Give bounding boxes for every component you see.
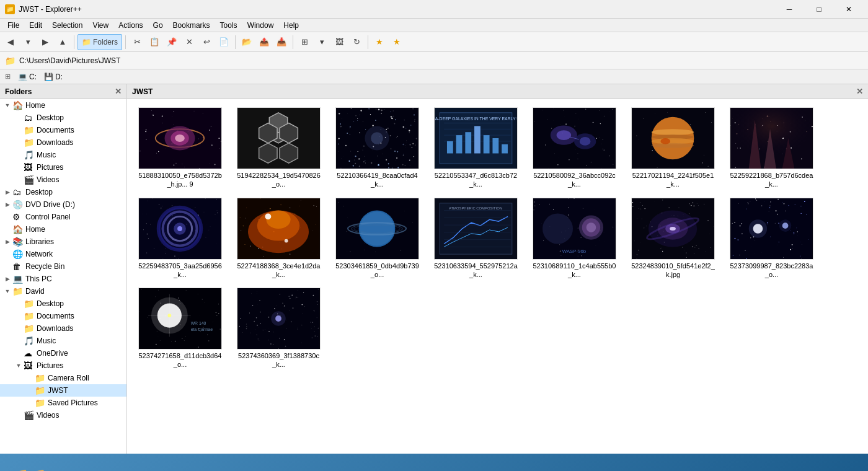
sidebar-item-downloads[interactable]: 📁Downloads [0,322,126,335]
copy-to-button[interactable]: 📤 [256,34,272,50]
svg-point-31 [153,115,154,116]
file-thumbnail: WR 140 eta Carinae [138,288,222,350]
sidebar-item-pictures[interactable]: 🖼Pictures [0,161,126,174]
folder-icon: 🗂 [24,113,35,123]
forward-button[interactable]: ▶ [37,34,53,50]
sidebar-item-saved-pictures[interactable]: 📁Saved Pictures [0,397,126,409]
up-button[interactable]: ▲ [55,34,71,50]
refresh-button[interactable]: ↻ [348,34,365,50]
delete-button[interactable]: ✕ [181,34,197,50]
sidebar-item-documents[interactable]: 📁Documents [0,310,126,322]
sidebar-item-control-panel[interactable]: ⚙Control Panel [0,211,126,223]
file-item[interactable]: 52210580092_36abcc092c_k... [526,104,622,192]
menu-item-view[interactable]: View [87,20,113,31]
file-thumbnail [631,107,715,169]
sidebar-item-jwst[interactable]: 📁JWST [0,384,126,397]
svg-point-133 [363,146,365,147]
sidebar-item-recycle-bin[interactable]: 🗑Recycle Bin [0,260,126,273]
sidebar-item-desktop[interactable]: ▶🗂Desktop [0,186,126,198]
sidebar-item-this-pc[interactable]: ▶💻This PC [0,273,126,285]
file-item[interactable]: 52210366419_8caa0cfad4_k... [329,104,425,192]
new-folder-button[interactable]: 📂 [239,34,255,50]
minimize-button[interactable]: ─ [775,0,804,19]
file-item[interactable]: 52373099987_823bc2283a_o... [724,195,820,283]
svg-point-566 [642,218,642,219]
menu-item-tools[interactable]: Tools [215,20,242,31]
file-item[interactable]: 52374360369_3f1388730c_k... [231,284,327,372]
file-item[interactable]: WR 140 eta Carinae 52374271658_d11dcb3d6… [132,284,228,372]
sidebar-item-camera-roll[interactable]: 📁Camera Roll [0,372,126,384]
file-item[interactable]: 52324839010_5fd541e2f2_k.jpg [625,195,721,283]
file-item[interactable]: 52303461859_0db4d9b739_o... [329,195,425,283]
sidebar-item-music[interactable]: 🎵Music [0,335,126,347]
sidebar-item-home[interactable]: ▼🏠Home [0,99,126,112]
cut-button[interactable]: ✂ [129,34,145,50]
preview-button[interactable]: 🖼 [331,34,347,50]
address-path[interactable]: C:\Users\David\Pictures\JWST [19,56,863,65]
back-button[interactable]: ◀ [2,34,19,50]
svg-point-138 [347,133,348,134]
sidebar-item-david[interactable]: ▼📁David [0,285,126,297]
file-item[interactable]: 51942282534_19d5470826_o... [231,104,327,192]
svg-point-140 [373,150,373,151]
file-item[interactable]: 52274188368_3ce4e1d2da_k... [231,195,327,283]
close-button[interactable]: ✕ [835,0,863,19]
item-label: Saved Pictures [48,398,98,407]
svg-point-143 [355,163,356,164]
sidebar-item-downloads[interactable]: 📁Downloads [0,136,126,149]
svg-point-629 [634,240,635,241]
sidebar-item-libraries[interactable]: ▶📚Libraries [0,236,126,248]
menu-item-selection[interactable]: Selection [47,20,87,31]
bookmark-button[interactable]: ★ [371,34,388,50]
file-item[interactable]: HOW ULTRA-DEEP GALAXIES IN THE VERY EARL… [428,104,524,192]
svg-point-765 [160,340,161,341]
file-item[interactable]: 52259221868_b757d6cdea_k... [724,104,820,192]
svg-point-118 [402,144,404,146]
menu-item-go[interactable]: Go [148,20,168,31]
file-item[interactable]: 52259483705_3aa25d6956_k... [132,195,228,283]
paste-button[interactable]: 📌 [164,34,180,50]
drive-d[interactable]: 💾 D: [44,73,63,81]
filepanel-close-button[interactable]: ✕ [856,87,863,96]
folder-icon: 🎵 [24,336,35,346]
menu-item-help[interactable]: Help [278,20,304,31]
file-item[interactable]: 52217021194_2241f505e1_k... [625,104,721,192]
sidebar-item-desktop[interactable]: 📁Desktop [0,297,126,310]
sidebar-item-onedrive[interactable]: ☁OneDrive [0,347,126,359]
sidebar-close-button[interactable]: ✕ [115,87,122,96]
file-item[interactable]: WASP-96b 52310689110_1c4ab555b0_k... [526,195,622,283]
move-to-button[interactable]: 📥 [273,34,290,50]
svg-point-697 [778,222,779,224]
menu-item-actions[interactable]: Actions [113,20,148,31]
svg-point-876 [315,336,316,337]
folders-button[interactable]: 📁 Folders [78,34,122,50]
sidebar-item-videos[interactable]: 🎬Videos [0,409,126,421]
svg-point-585 [639,208,639,209]
menu-item-bookmarks[interactable]: Bookmarks [168,20,215,31]
undo-button[interactable]: ↩ [198,34,215,50]
sidebar-item-network[interactable]: 🌐Network [0,248,126,260]
properties-button[interactable]: 📄 [216,34,232,50]
sidebar-item-home[interactable]: 🏠Home [0,223,126,236]
file-item[interactable]: 51888310050_e758d5372b_h.jp... 9 [132,104,228,192]
bookmark2-button[interactable]: ★ [389,34,405,50]
sidebar-item-videos[interactable]: 🎬Videos [0,174,126,186]
menu-item-edit[interactable]: Edit [24,20,47,31]
svg-point-609 [644,227,644,228]
view-button[interactable]: ⊞ [296,34,312,50]
svg-point-851 [256,335,257,335]
copy-button[interactable]: 📋 [146,34,162,50]
view-dropdown[interactable]: ▾ [314,34,330,50]
back-dropdown[interactable]: ▾ [20,34,36,50]
sidebar-item-documents[interactable]: 📁Documents [0,124,126,136]
sidebar-item-pictures[interactable]: ▼🖼Pictures [0,359,126,372]
svg-point-440 [240,217,241,218]
drive-c[interactable]: 💻 C: [18,73,37,81]
sidebar-item-music[interactable]: 🎵Music [0,149,126,161]
sidebar-item-dvd-drive-(d:)[interactable]: ▶💿DVD Drive (D:) [0,198,126,211]
file-item[interactable]: ATMOSPHERIC COMPOSITION 52310633594_5529… [428,195,524,283]
menu-item-window[interactable]: Window [242,20,279,31]
menu-item-file[interactable]: File [2,20,24,31]
sidebar-item-desktop[interactable]: 🗂Desktop [0,112,126,124]
maximize-button[interactable]: □ [805,0,833,19]
